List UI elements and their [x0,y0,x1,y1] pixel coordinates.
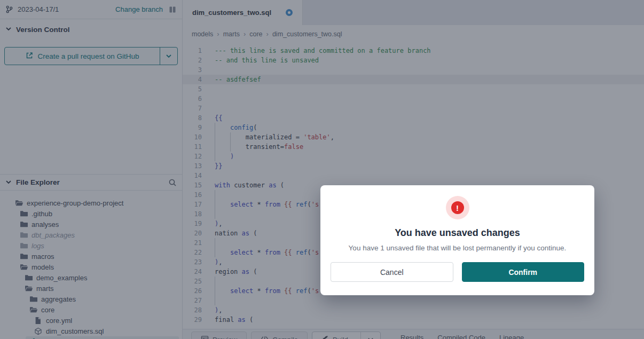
exclamation-icon: ! [451,201,464,214]
cancel-button[interactable]: Cancel [331,262,453,282]
modal-message: You have 1 unsaved file that will be los… [320,244,594,252]
modal-title: You have unsaved changes [320,227,594,239]
alert-icon: ! [446,196,469,219]
unsaved-changes-modal: ! You have unsaved changes You have 1 un… [320,185,594,295]
dbt-cloud-ide: 2023-04-17/1 Change branch Version Contr… [0,0,644,339]
confirm-button[interactable]: Confirm [462,262,585,282]
